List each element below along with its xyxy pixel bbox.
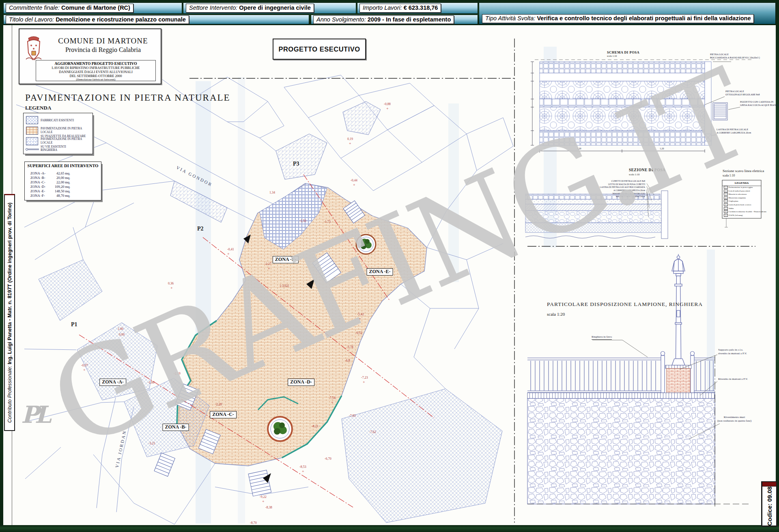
- stamp-text: PROGETTO ESECUTIVO: [278, 45, 360, 53]
- elevation-label: -5,42: [357, 312, 364, 316]
- scavo-legend-row: 3Massetto in calcestruzzo: [724, 193, 761, 196]
- credit-label: Contributo Professionale:: [7, 366, 13, 422]
- section-point-p1: P1: [71, 321, 77, 328]
- zone-label-d: ZONA -D-: [288, 379, 314, 386]
- survey-cross: +: [262, 499, 265, 504]
- schema-title: SCHEMA DI POSA: [607, 50, 639, 54]
- progetto-esecutivo-stamp: PROGETTO ESECUTIVO: [273, 39, 366, 60]
- zone-label-f: ZONA -F-: [273, 256, 299, 263]
- annotation-lastra: LASTRA DI PIETRA LOCALE A CORRERE LARGHE…: [717, 128, 751, 135]
- elevation-label: -0,07: [81, 364, 88, 367]
- superfici-mq: 48,70 mq.: [56, 194, 70, 198]
- elevation-label: -7,83: [349, 414, 356, 418]
- professional-credit-box: Contributo Professionale: Ing. Luigi Pan…: [4, 194, 15, 431]
- superfici-zona: ZONA -D-: [30, 185, 45, 189]
- superfici-mq: 109,20 mq.: [55, 185, 71, 189]
- survey-cross: +: [227, 252, 230, 256]
- sezione-title: SEZIONE DI POSA: [629, 168, 665, 172]
- codice-box: Codice: 09.08: [761, 481, 777, 527]
- legend-swatch-piazzette: [26, 127, 38, 135]
- superfici-zona: ZONA -A-: [30, 171, 45, 175]
- legend-number: 4: [724, 196, 728, 199]
- elevation-label: -8,70: [250, 521, 257, 525]
- legend-text: Pavimentazione in pietra reggina: [729, 186, 753, 188]
- scavo-legend-title: LEGENDA: [722, 181, 761, 185]
- province-name: Provincia di Reggio Calabria: [49, 46, 157, 54]
- annotation-line: A CORRERE LARGHEZZA 20cm: [717, 131, 751, 134]
- label-supporto-palo: Supporto palo in c.l.s. rivestito in mat…: [718, 348, 747, 356]
- scavo-legend-row: 2Letto di malta di posa cubetti: [724, 190, 761, 192]
- label-rivestito: Rivestito in mattoni a F.V.: [718, 377, 748, 381]
- legend-label-line: PAVIMENTAZIONE IN PIETRA LOCALE: [41, 137, 82, 144]
- legend-text: Sabbia: [729, 207, 734, 209]
- scavo-scale: scala 1:10: [723, 174, 735, 177]
- annotation-pietra-ottogonale: PIETRA LOCALE OTTOGONALE REGOLARE 8x8: [725, 90, 760, 97]
- elevation-label: -7,62: [369, 430, 376, 434]
- legend-number: 6: [724, 203, 728, 206]
- survey-cross: +: [359, 317, 361, 321]
- sezione-label: A CORRERE LARGHEZZA 20cm: [581, 189, 645, 192]
- sezione-label: LASTRA DI PIETRA LOCALE BOCCIARDATA: [581, 186, 645, 189]
- scavo-legend-row: 4Massicciata compattata: [724, 196, 761, 199]
- elevation-label: -7,23: [361, 376, 368, 379]
- zone-label-e: ZONA -E-: [366, 268, 393, 276]
- legend-text: Letto di malta di posa cubetti: [729, 190, 750, 192]
- survey-cross: +: [302, 469, 304, 474]
- professional-credit-text: Contributo Professionale: Ing. Luigi Pan…: [7, 202, 13, 423]
- subtitle-line: DANNEGGIATE DAGLI EVENTI ALLUVIONALI: [36, 70, 155, 74]
- legend-text: Massetto in calcestruzzo: [729, 193, 747, 195]
- plan-title: PAVIMENTAZIONE IN PIETRA NATURALE: [25, 93, 230, 103]
- zone-label-c: ZONA -C-: [210, 411, 237, 418]
- legend-number: 8: [724, 210, 728, 213]
- elevation-label: -8,21: [312, 424, 318, 428]
- particolare-title: PARTICOLARE DISPOSIZIONE LAMPIONE, RINGH…: [547, 301, 703, 308]
- elevation-label: -6,70: [325, 457, 331, 461]
- survey-cross: +: [363, 380, 365, 384]
- elevation-label: -6,52: [355, 331, 362, 335]
- elevation-label: -6,8: [345, 359, 350, 362]
- survey-cross: +: [170, 286, 173, 290]
- label-line: Supporto palo in c.l.s.: [718, 348, 743, 351]
- legend-box: FABBRICATI ESISTENTI PAVIMENTAZIONE IN P…: [23, 113, 93, 154]
- legend-swatch-fabbricati: [26, 116, 38, 124]
- legend-label-line: PAVIMENTAZIONE IN PIETRA LOCALE: [41, 127, 82, 134]
- scavo-legend-row: 5Griglia piana: [724, 200, 761, 202]
- legend-text: Griglia piana: [729, 200, 738, 202]
- annotation-line: LASTRA DI PIETRA LOCALE: [717, 128, 748, 131]
- legend-number: 2: [724, 190, 728, 192]
- annotation-pietra-bocciardata: PIETRA LOCALE BOCCIARDATA A BASSO RILIEV…: [710, 53, 760, 60]
- legend-label: FABBRICATI ESISTENTI: [41, 118, 74, 122]
- scavo-legend-row: 1Pavimentazione in pietra reggina: [724, 186, 761, 189]
- superfici-mq: 42,65 mq.: [56, 171, 70, 175]
- zone-label-a: ZONA -A-: [99, 379, 126, 386]
- elevation-label: -0,44: [351, 179, 357, 182]
- elevation-label: 1,00: [118, 327, 123, 331]
- scavo-legend-row: 8Cavidotto in tubazione flessibile - Dia…: [724, 210, 761, 213]
- label-line: rivestito in mattoni a F.V.: [718, 352, 747, 355]
- scavo-title: Sezione scavo linea elettrica: [723, 169, 764, 173]
- subtitle-line: LAVORI DI RIPRISTINO INFRASTRUTTURE PUBB…: [36, 66, 155, 70]
- codice-text: Codice: 09.08: [766, 487, 773, 526]
- elevation-label: -1,50: [299, 219, 306, 223]
- survey-cross: +: [353, 183, 355, 187]
- elevation-label: -2,27: [265, 262, 271, 266]
- superfici-zona: ZONA -C-: [30, 180, 45, 184]
- label-rivestimento-muri: Rivestimento muri (non realizzato in que…: [717, 416, 751, 423]
- municipality-name: COMUNE DI MARTONE: [49, 37, 157, 45]
- legend-text: Lastra di pietra locale a correre: [729, 204, 751, 206]
- legend-number: 3: [724, 193, 728, 196]
- superfici-mq: 22,00 mq.: [56, 180, 70, 184]
- scavo-legend: LEGENDA 1Pavimentazione in pietra reggin…: [722, 180, 761, 217]
- legend-number: 5: [724, 200, 728, 202]
- elevation-label: -8,38: [265, 506, 272, 509]
- annotation-line: POZZETTO CON CADITOIA IN: [740, 101, 773, 103]
- sezione-label: CUBETTI DI PIETRA LOCALE 8x8: [581, 180, 645, 183]
- elevation-label: 0,36: [168, 282, 174, 285]
- elevation-label: -8,53: [299, 465, 306, 469]
- elevation-label: -0,88: [384, 102, 391, 106]
- section-point-p3: P3: [293, 161, 299, 167]
- elevation-label: -2,28: [215, 403, 222, 406]
- elevation-label: 0,19: [347, 137, 353, 141]
- superfici-title: SUPERFICI AREE DI INTERVENTO: [25, 164, 101, 168]
- elevation-label: 1,34: [269, 191, 275, 194]
